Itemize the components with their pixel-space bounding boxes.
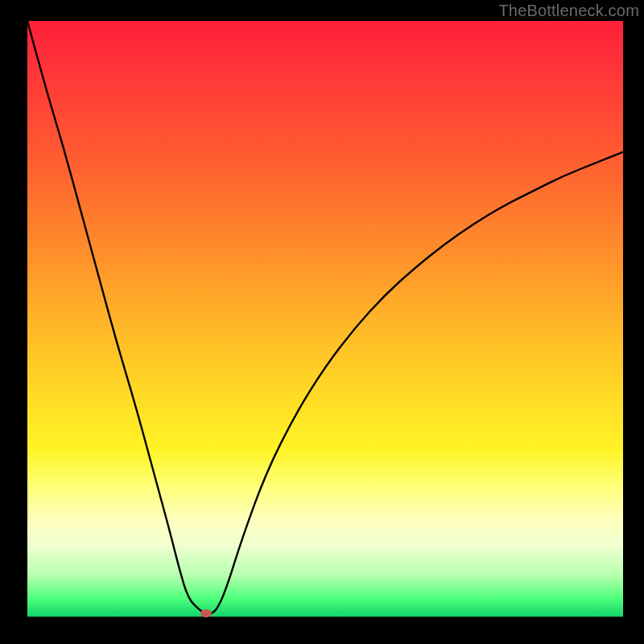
bottleneck-curve	[27, 21, 623, 617]
watermark-text: TheBottleneck.com	[498, 2, 639, 20]
minimum-marker	[200, 609, 212, 617]
plot-area	[27, 21, 623, 617]
chart-stage: TheBottleneck.com	[0, 0, 644, 644]
